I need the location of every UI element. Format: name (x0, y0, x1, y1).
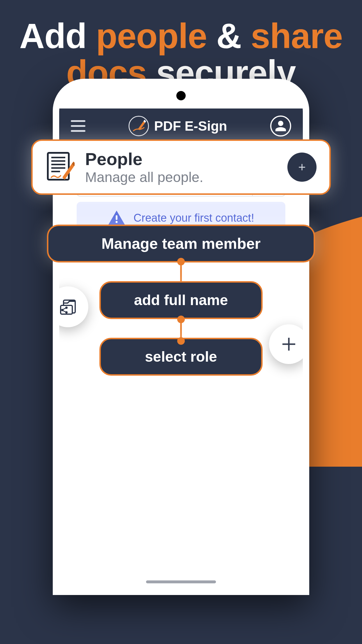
fullname-label: add full name (134, 292, 228, 309)
svg-point-1 (116, 221, 118, 223)
connector-dot (177, 337, 185, 345)
headline-part2: & (207, 16, 251, 55)
app-logo-icon (129, 116, 149, 136)
people-card-title: People (85, 149, 277, 169)
share-folder-icon (59, 295, 80, 319)
svg-rect-0 (116, 215, 117, 220)
app-header: PDF E-Sign (59, 108, 303, 144)
document-signature-icon (45, 151, 75, 183)
add-person-button[interactable]: + (287, 153, 317, 182)
phone-camera-dot (176, 91, 186, 100)
add-fab-button[interactable] (269, 324, 303, 364)
profile-avatar[interactable] (270, 116, 291, 136)
plus-icon (280, 335, 298, 354)
empty-state-text: Create your first contact! (133, 212, 254, 224)
add-full-name-callout[interactable]: add full name (99, 281, 263, 319)
plus-label: + (298, 160, 306, 174)
home-indicator (146, 580, 216, 583)
app-title-wrap: PDF E-Sign (85, 116, 270, 136)
manage-team-member-callout[interactable]: Manage team member (47, 225, 315, 262)
people-section-card: People Manage all people. + (31, 139, 331, 195)
share-folder-button[interactable] (59, 286, 88, 327)
headline-accent1: people (96, 16, 207, 55)
app-title: PDF E-Sign (154, 118, 227, 134)
connector-dot (177, 316, 185, 323)
connector-dot (177, 258, 185, 265)
people-card-subtitle: Manage all people. (85, 169, 277, 185)
menu-icon[interactable] (71, 120, 85, 132)
manage-label: Manage team member (101, 235, 261, 252)
alert-icon (108, 210, 125, 226)
role-label: select role (145, 348, 217, 365)
headline-part1: Add (20, 16, 96, 55)
